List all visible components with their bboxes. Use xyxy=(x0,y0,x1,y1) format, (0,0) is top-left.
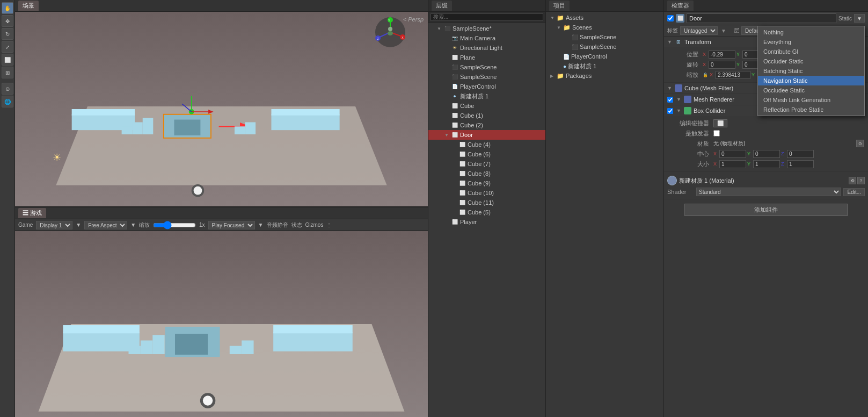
size-y-item: Y xyxy=(747,160,780,168)
add-component-btn[interactable]: 添加组件 xyxy=(684,204,848,216)
scale-x-input[interactable] xyxy=(716,71,750,79)
rot-x-label: X xyxy=(703,62,708,67)
list-item[interactable]: ⬜ Cube (9) xyxy=(428,178,545,188)
static-item-occludee[interactable]: Occludee Static xyxy=(758,85,864,95)
assets-material-item[interactable]: ● 新建材质 1 xyxy=(546,61,663,71)
gizmos-label[interactable]: Gizmos xyxy=(305,222,324,228)
trigger-row: 是触发器 xyxy=(668,128,864,138)
pos-x-input[interactable] xyxy=(709,51,735,59)
static-item-batching[interactable]: Batching Static xyxy=(758,66,864,76)
center-y-input[interactable] xyxy=(753,150,780,158)
boxcollider-enabled[interactable] xyxy=(667,108,673,114)
scale-x-item: 🔒 X xyxy=(703,71,750,79)
scale-slider[interactable] xyxy=(153,222,196,228)
size-z-input[interactable] xyxy=(787,160,814,168)
door-list-item[interactable]: ▼ ⬜ Door xyxy=(428,130,545,140)
game-tab[interactable]: ☰ 游戏 xyxy=(18,208,46,218)
scene-tab[interactable]: 场景 xyxy=(18,1,39,11)
svg-rect-42 xyxy=(175,334,208,355)
list-item[interactable]: ⬜ Cube (5) xyxy=(428,207,545,217)
size-x-item: X xyxy=(713,160,746,168)
hierarchy-search-input[interactable] xyxy=(431,13,543,21)
assets-samplescene2-label: SampleScene xyxy=(580,44,617,50)
static-item-everything[interactable]: Everything xyxy=(758,37,864,47)
toolbar-transform-btn[interactable]: ⊞ xyxy=(2,67,13,78)
center-x-input[interactable] xyxy=(719,150,746,158)
assets-playercontrol-item[interactable]: 📄 PlayerControl xyxy=(546,52,663,61)
list-item[interactable]: ☀ Directional Light xyxy=(428,43,545,53)
game-background xyxy=(15,231,428,417)
assets-samplescene2-item[interactable]: ⬛ SampleScene xyxy=(546,42,663,52)
svg-rect-37 xyxy=(273,325,353,333)
static-item-reflection[interactable]: Reflection Probe Static xyxy=(758,105,864,114)
list-item[interactable]: ⬜ Cube (4) xyxy=(428,140,545,149)
list-item[interactable]: ● 新建材质 1 xyxy=(428,91,545,101)
list-item[interactable]: ⬛ SampleScene xyxy=(428,62,545,72)
hierarchy-tab[interactable]: 层级 xyxy=(432,1,452,11)
center-z-input[interactable] xyxy=(787,150,814,158)
game-canvas[interactable] xyxy=(15,231,428,417)
assets-packages-item[interactable]: ▶ 📁 Packages xyxy=(546,71,663,81)
list-item[interactable]: ⬜ Player xyxy=(428,217,545,227)
game-toolbar-menu[interactable]: ⋮ xyxy=(326,222,332,228)
edit-collider-btn[interactable]: ⬜ xyxy=(713,119,727,127)
list-item[interactable]: 📄 PlayerControl xyxy=(428,82,545,91)
size-y-input[interactable] xyxy=(753,160,780,168)
list-item[interactable]: ⬜ Cube (7) xyxy=(428,159,545,169)
material-settings-btn[interactable]: ⚙ xyxy=(849,177,856,184)
tag-select[interactable]: Untagged xyxy=(680,26,718,35)
toolbar-global-btn[interactable]: 🌐 xyxy=(2,96,13,107)
toolbar-rect-btn[interactable]: ⬜ xyxy=(2,54,13,66)
inspector-tab[interactable]: 检查器 xyxy=(667,1,694,11)
toolbar-scale-btn[interactable]: ⤢ xyxy=(2,41,13,53)
static-item-nothing[interactable]: Nothing xyxy=(758,27,864,37)
object-name-input[interactable] xyxy=(687,13,836,23)
material-help-btn[interactable]: ? xyxy=(857,177,865,184)
static-item-offmesh[interactable]: Off Mesh Link Generation xyxy=(758,95,864,105)
list-item[interactable]: ⬜ Cube (6) xyxy=(428,149,545,159)
list-item[interactable]: ⬛ SampleScene xyxy=(428,72,545,82)
static-item-contribute-gi[interactable]: Contribute GI xyxy=(758,47,864,56)
size-x-input[interactable] xyxy=(719,160,746,168)
toolbar-rotate-btn[interactable]: ↻ xyxy=(2,28,13,40)
assets-folder-item[interactable]: ▼ 📁 Assets xyxy=(546,13,663,23)
shader-label-text: Shader xyxy=(667,189,694,195)
list-item[interactable]: ⬜ Cube (8) xyxy=(428,169,545,178)
list-item[interactable]: ⬜ Cube xyxy=(428,101,545,111)
rot-x-input[interactable] xyxy=(709,61,735,69)
list-item[interactable]: 📷 Main Camera xyxy=(428,33,545,43)
toolbar-move-btn[interactable]: ✥ xyxy=(2,15,13,27)
object-enabled-checkbox[interactable] xyxy=(667,15,674,21)
meshrenderer-enabled[interactable] xyxy=(667,97,673,103)
aspect-select[interactable]: Free Aspect xyxy=(84,221,127,229)
scene-canvas[interactable]: ☀ < Persp Y xyxy=(15,12,428,206)
list-item[interactable]: ⬜ Cube (1) xyxy=(428,111,545,120)
play-select[interactable]: Play Focused xyxy=(208,221,255,229)
cube-icon8: ⬜ xyxy=(458,170,466,177)
assets-samplescene-item[interactable]: ⬛ SampleScene xyxy=(546,32,663,42)
scene-background: ☀ < Persp Y xyxy=(15,12,428,206)
toolbar-pivot-btn[interactable]: ⊙ xyxy=(2,83,13,95)
scene-tab-bar: 场景 xyxy=(15,0,428,12)
material-prop-label: 材质 xyxy=(668,140,711,148)
item-label: Cube (2) xyxy=(460,122,483,128)
material-pick-btn[interactable]: ⊙ xyxy=(856,140,864,147)
static-item-navigation[interactable]: Navigation Static xyxy=(758,76,864,85)
assets-scenes-item[interactable]: ▼ 📁 Scenes xyxy=(546,23,663,32)
static-dropdown-btn[interactable]: ▼ xyxy=(854,14,865,23)
display-select[interactable]: Display 1 xyxy=(36,221,72,229)
list-item[interactable]: ⬜ Plane xyxy=(428,53,545,62)
list-item[interactable]: ⬜ Cube (11) xyxy=(428,198,545,207)
list-item[interactable]: ⬜ Cube (10) xyxy=(428,188,545,198)
status-label[interactable]: 状态 xyxy=(291,221,302,229)
static-item-occluder[interactable]: Occluder Static xyxy=(758,56,864,66)
list-item[interactable]: ⬜ Cube (2) xyxy=(428,120,545,130)
shader-select[interactable]: Standard xyxy=(696,188,841,196)
mute-label[interactable]: 音频静音 xyxy=(267,221,288,229)
item-label: SampleScene* xyxy=(453,25,492,32)
assets-tab[interactable]: 项目 xyxy=(549,1,570,11)
list-item[interactable]: ▼ ⬛ SampleScene* xyxy=(428,24,545,33)
toolbar-hand-btn[interactable]: ✋ xyxy=(2,2,13,14)
edit-shader-btn[interactable]: Edit... xyxy=(843,188,865,196)
trigger-checkbox[interactable] xyxy=(713,130,720,136)
